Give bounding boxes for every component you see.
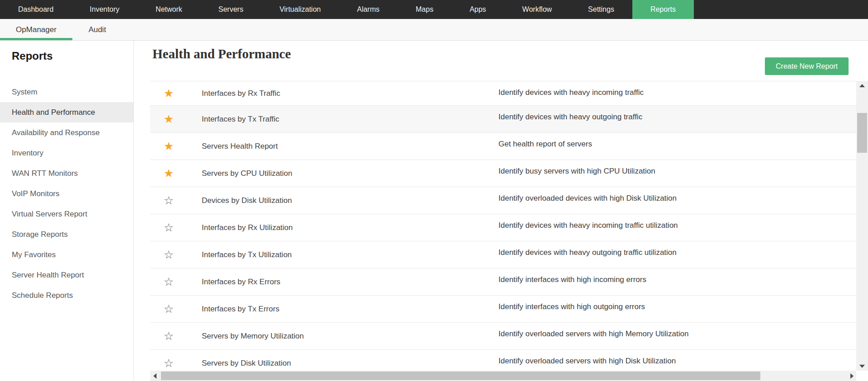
report-row[interactable]: Devices by Disk Utilization Identify ove…: [150, 187, 856, 214]
report-description: Identify devices with heavy outgoing tra…: [498, 113, 856, 122]
report-description: Get health report of servers: [498, 140, 856, 149]
topnav-item[interactable]: Servers: [200, 0, 261, 19]
report-name[interactable]: Devices by Disk Utilization: [187, 196, 498, 205]
report-name[interactable]: Interfaces by Rx Utilization: [187, 223, 498, 232]
subnav-tab[interactable]: Audit: [72, 19, 122, 40]
report-row[interactable]: Interfaces by Tx Traffic Identify device…: [150, 106, 856, 133]
topnav-item-label: Network: [156, 5, 182, 14]
sidebar-item[interactable]: Server Health Report: [0, 265, 133, 285]
topnav-item[interactable]: Dashboard: [0, 0, 71, 19]
topnav-item[interactable]: Reports: [632, 0, 694, 19]
report-description: Identify devices with heavy incoming tra…: [498, 221, 856, 230]
vertical-scrollbar[interactable]: [856, 81, 868, 371]
sidebar-item[interactable]: My Favorites: [0, 245, 133, 265]
sidebar-item[interactable]: VoIP Monitors: [0, 183, 133, 204]
report-description: Identify interfaces with high incoming e…: [498, 275, 856, 284]
report-row[interactable]: Servers Health Report Get health report …: [150, 133, 856, 160]
top-navigation-bar: Dashboard Inventory Network Servers Virt…: [0, 0, 868, 19]
report-name[interactable]: Servers by Disk Utilization: [187, 359, 498, 368]
topnav-item[interactable]: Alarms: [339, 0, 398, 19]
favorite-cell: [150, 88, 187, 99]
report-list: Interfaces by Rx Traffic Identify device…: [150, 81, 856, 371]
sidebar-item-label: Inventory: [12, 149, 43, 158]
topnav-item[interactable]: Inventory: [71, 0, 138, 19]
star-icon[interactable]: [164, 329, 174, 342]
star-icon[interactable]: [164, 248, 174, 261]
favorite-cell: [150, 222, 187, 233]
topnav-item-label: Reports: [650, 5, 676, 14]
report-name[interactable]: Interfaces by Tx Errors: [187, 305, 498, 314]
report-description: Identify overloaded devices with high Di…: [498, 194, 856, 203]
sidebar-item[interactable]: Health and Performance: [0, 102, 133, 122]
report-row[interactable]: Servers by Disk Utilization Identify ove…: [150, 350, 856, 371]
star-icon[interactable]: [164, 140, 174, 152]
main-panel: Health and Performance Create New Report…: [134, 41, 868, 381]
star-icon[interactable]: [164, 302, 174, 315]
sidebar-item[interactable]: System: [0, 82, 133, 102]
favorite-cell: [150, 330, 187, 342]
star-icon[interactable]: [164, 221, 174, 234]
topnav-item-label: Workflow: [522, 5, 552, 14]
favorite-cell: [150, 276, 187, 287]
report-name[interactable]: Interfaces by Tx Utilization: [187, 250, 498, 259]
report-row[interactable]: Servers by Memory Utilization Identify o…: [150, 323, 856, 350]
topnav-item[interactable]: Settings: [570, 0, 632, 19]
report-name[interactable]: Interfaces by Rx Traffic: [187, 89, 498, 98]
scroll-right-icon[interactable]: [847, 371, 856, 381]
sidebar-item-label: Availability and Response: [12, 128, 100, 137]
topnav-item[interactable]: Apps: [451, 0, 504, 19]
horizontal-scrollbar[interactable]: [150, 371, 856, 381]
report-description: Identify overloaded servers with high Di…: [498, 357, 856, 366]
sidebar-item[interactable]: Virtual Servers Report: [0, 204, 133, 224]
report-name[interactable]: Servers Health Report: [187, 142, 498, 151]
topnav-item[interactable]: Maps: [398, 0, 451, 19]
horizontal-scrollbar-thumb[interactable]: [161, 372, 760, 380]
scroll-left-icon[interactable]: [150, 371, 159, 381]
star-icon[interactable]: [164, 357, 174, 369]
report-row[interactable]: Interfaces by Rx Utilization Identify de…: [150, 214, 856, 241]
report-description: Identify busy servers with high CPU Util…: [498, 167, 856, 176]
report-row[interactable]: Interfaces by Tx Utilization Identify de…: [150, 241, 856, 268]
sidebar-item[interactable]: Inventory: [0, 143, 133, 163]
scroll-up-icon[interactable]: [856, 81, 868, 90]
star-icon[interactable]: [164, 275, 174, 288]
sidebar-item[interactable]: Availability and Response: [0, 122, 133, 143]
star-icon[interactable]: [164, 113, 174, 125]
sidebar-item-label: My Favorites: [12, 250, 56, 259]
vertical-scrollbar-thumb[interactable]: [857, 113, 867, 153]
star-icon[interactable]: [164, 167, 174, 179]
report-row[interactable]: Interfaces by Rx Traffic Identify device…: [150, 81, 856, 106]
report-row[interactable]: Interfaces by Tx Errors Identify interfa…: [150, 296, 856, 323]
star-icon[interactable]: [164, 194, 174, 207]
sidebar-item-label: VoIP Monitors: [12, 189, 60, 198]
subnav-tab-label: Audit: [89, 25, 106, 34]
sidebar-item-label: Server Health Report: [12, 271, 84, 280]
sidebar-item-label: Virtual Servers Report: [12, 210, 87, 219]
report-name[interactable]: Interfaces by Rx Errors: [187, 278, 498, 287]
report-name[interactable]: Servers by Memory Utilization: [187, 332, 498, 341]
favorite-cell: [150, 113, 187, 125]
reports-sidebar: Reports System Health and Performance Av…: [0, 41, 134, 381]
favorite-cell: [150, 249, 187, 260]
create-new-report-button[interactable]: Create New Report: [765, 57, 849, 75]
report-name[interactable]: Interfaces by Tx Traffic: [187, 115, 498, 124]
topnav-item-label: Settings: [588, 5, 614, 14]
sidebar-item[interactable]: Schedule Reports: [0, 285, 133, 306]
scroll-down-icon[interactable]: [856, 362, 868, 371]
favorite-cell: [150, 141, 187, 152]
sidebar-item[interactable]: Storage Reports: [0, 224, 133, 245]
sidebar-item-label: WAN RTT Monitors: [12, 169, 78, 178]
report-name[interactable]: Servers by CPU Utilization: [187, 169, 498, 178]
subnav-tab-label: OpManager: [16, 25, 57, 34]
report-row[interactable]: Interfaces by Rx Errors Identify interfa…: [150, 268, 856, 296]
topnav-item[interactable]: Workflow: [504, 0, 570, 19]
star-icon[interactable]: [164, 87, 174, 99]
sidebar-item-label: Schedule Reports: [12, 291, 73, 300]
subnav-tab[interactable]: OpManager: [0, 19, 72, 40]
topnav-item[interactable]: Virtualization: [261, 0, 339, 19]
topnav-item-label: Apps: [470, 5, 486, 14]
topnav-item-label: Alarms: [357, 5, 379, 14]
sidebar-item[interactable]: WAN RTT Monitors: [0, 163, 133, 183]
report-row[interactable]: Servers by CPU Utilization Identify busy…: [150, 160, 856, 187]
topnav-item[interactable]: Network: [138, 0, 200, 19]
